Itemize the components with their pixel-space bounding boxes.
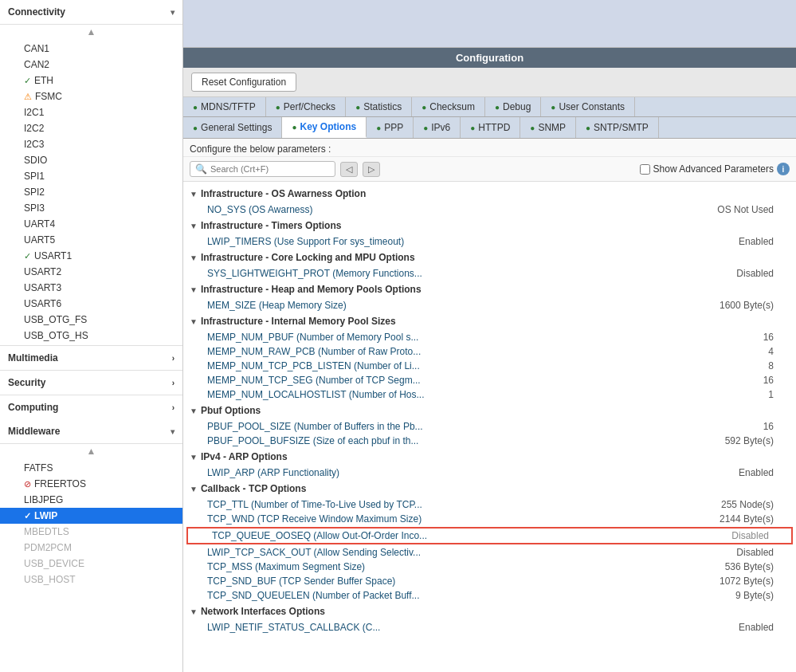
tab-httpd[interactable]: ●HTTPD — [461, 117, 520, 138]
sidebar-item-freertos[interactable]: ⊘FREERTOS — [0, 476, 182, 492]
param-row[interactable]: SYS_LIGHTWEIGHT_PROT (Memory Functions..… — [183, 266, 796, 281]
sidebar-item-fatfs[interactable]: FATFS — [0, 460, 182, 476]
param-group-5[interactable]: ▼Pbuf Options — [183, 402, 796, 419]
sidebar-item-usb_device[interactable]: USB_DEVICE — [0, 556, 182, 572]
sidebar-item-spi1[interactable]: SPI1 — [0, 168, 182, 184]
param-row[interactable]: MEMP_NUM_RAW_PCB (Number of Raw Proto...… — [183, 344, 796, 359]
sidebar-item-pdm2pcm[interactable]: PDM2PCM — [0, 540, 182, 556]
tab-mdns-tftp[interactable]: ●MDNS/TFTP — [183, 97, 266, 116]
param-row[interactable]: TCP_MSS (Maximum Segment Size)536 Byte(s… — [183, 560, 796, 574]
sidebar-item-usart1[interactable]: ✓USART1 — [0, 248, 182, 264]
sidebar-item-can2[interactable]: CAN2 — [0, 57, 182, 73]
tab-key-options[interactable]: ●Key Options — [282, 117, 367, 138]
param-group-1[interactable]: ▼Infrastructure - Timers Options — [183, 217, 796, 234]
sidebar-item-i2c3[interactable]: I2C3 — [0, 136, 182, 152]
param-group-8[interactable]: ▼Network Interfaces Options — [183, 603, 796, 620]
sidebar-section-computing[interactable]: Computing › — [0, 395, 182, 419]
param-row[interactable]: TCP_QUEUE_OOSEQ (Allow Out-Of-Order Inco… — [186, 527, 793, 544]
sidebar-item-label: USART2 — [24, 266, 61, 277]
tab-checksum[interactable]: ●Checksum — [412, 97, 485, 116]
collapse-icon: ▼ — [190, 285, 198, 294]
main-content: Configuration Reset Configuration ●MDNS/… — [183, 0, 796, 672]
param-row[interactable]: TCP_WND (TCP Receive Window Maximum Size… — [183, 512, 796, 526]
sidebar-section-middleware[interactable]: Middleware ▾ — [0, 419, 182, 444]
param-row[interactable]: MEMP_NUM_TCP_SEG (Number of TCP Segm...1… — [183, 373, 796, 387]
param-row[interactable]: MEMP_NUM_PBUF (Number of Memory Pool s..… — [183, 330, 796, 344]
search-input[interactable] — [210, 164, 330, 174]
sidebar-item-eth[interactable]: ✓ETH — [0, 73, 182, 88]
tab-ppp[interactable]: ●PPP — [367, 117, 414, 138]
param-list: ▼Infrastructure - OS Awarness OptionNO_S… — [183, 182, 796, 672]
sidebar-item-uart5[interactable]: UART5 — [0, 232, 182, 248]
tab-debug[interactable]: ●Debug — [485, 97, 541, 116]
param-row[interactable]: MEMP_NUM_LOCALHOSTLIST (Number of Hos...… — [183, 387, 796, 402]
sidebar-item-usb_otg_hs[interactable]: USB_OTG_HS — [0, 328, 182, 344]
sidebar-section-multimedia[interactable]: Multimedia › — [0, 345, 182, 370]
param-name: NO_SYS (OS Awarness) — [207, 204, 694, 215]
check-icon: ✓ — [24, 511, 31, 521]
param-group-7[interactable]: ▼Callback - TCP Options — [183, 480, 796, 497]
tab-statistics[interactable]: ●Statistics — [346, 97, 412, 116]
param-row[interactable]: LWIP_NETIF_STATUS_CALLBACK (C...Enabled — [183, 620, 796, 635]
param-name: MEMP_NUM_TCP_PCB_LISTEN (Number of Li... — [207, 360, 694, 371]
sidebar-item-usb_otg_fs[interactable]: USB_OTG_FS — [0, 312, 182, 328]
param-row[interactable]: PBUF_POOL_SIZE (Number of Buffers in the… — [183, 419, 796, 434]
group-label: Pbuf Options — [201, 405, 261, 416]
tab-snmp[interactable]: ●SNMP — [520, 117, 576, 138]
group-label: Infrastructure - Internal Memory Pool Si… — [201, 316, 396, 327]
sidebar-item-spi3[interactable]: SPI3 — [0, 200, 182, 216]
info-icon[interactable]: i — [777, 163, 790, 175]
tab-ipv6[interactable]: ●IPv6 — [414, 117, 461, 138]
param-row[interactable]: LWIP_TCP_SACK_OUT (Allow Sending Selecti… — [183, 545, 796, 560]
param-value: 1 — [694, 389, 790, 400]
param-row[interactable]: TCP_SND_QUEUELEN (Number of Packet Buff.… — [183, 588, 796, 603]
param-row[interactable]: NO_SYS (OS Awarness)OS Not Used — [183, 202, 796, 217]
sidebar-item-mbedtls[interactable]: MBEDTLS — [0, 524, 182, 540]
search-next-button[interactable]: ▷ — [363, 162, 380, 177]
param-group-6[interactable]: ▼IPv4 - ARP Options — [183, 448, 796, 466]
param-row[interactable]: PBUF_POOL_BUFSIZE (Size of each pbuf in … — [183, 434, 796, 448]
collapse-icon: ▼ — [190, 317, 198, 326]
sidebar-section-connectivity[interactable]: Connectivity ▾ — [0, 0, 182, 25]
param-group-3[interactable]: ▼Infrastructure - Heap and Memory Pools … — [183, 281, 796, 298]
show-advanced-checkbox[interactable] — [640, 164, 650, 175]
sidebar-item-uart4[interactable]: UART4 — [0, 216, 182, 232]
search-prev-button[interactable]: ◁ — [340, 162, 358, 177]
param-row[interactable]: LWIP_ARP (ARP Functionality)Enabled — [183, 466, 796, 480]
sidebar-item-i2c2[interactable]: I2C2 — [0, 120, 182, 136]
sidebar-item-usb_host[interactable]: USB_HOST — [0, 572, 182, 588]
sidebar-item-usart3[interactable]: USART3 — [0, 280, 182, 296]
sidebar-item-fsmc[interactable]: ⚠FSMC — [0, 88, 182, 104]
tab-sntp-smtp[interactable]: ●SNTP/SMTP — [576, 117, 659, 138]
param-row[interactable]: MEM_SIZE (Heap Memory Size)1600 Byte(s) — [183, 298, 796, 312]
warn-icon: ⚠ — [24, 92, 32, 102]
tabs-row-2: ●General Settings●Key Options●PPP●IPv6●H… — [183, 117, 796, 139]
sidebar-item-label: USART6 — [24, 298, 61, 309]
param-group-2[interactable]: ▼Infrastructure - Core Locking and MPU O… — [183, 249, 796, 266]
param-name: PBUF_POOL_SIZE (Number of Buffers in the… — [207, 421, 694, 432]
sidebar-section-security[interactable]: Security › — [0, 370, 182, 395]
param-row[interactable]: TCP_TTL (Number of Time-To-Live Used by … — [183, 497, 796, 512]
sidebar-item-usart6[interactable]: USART6 — [0, 296, 182, 312]
param-name: MEMP_NUM_PBUF (Number of Memory Pool s..… — [207, 332, 694, 343]
tab-general-settings[interactable]: ●General Settings — [183, 117, 282, 138]
reset-config-button[interactable]: Reset Configuration — [191, 73, 296, 92]
connectivity-items: CAN1CAN2✓ETH⚠FSMCI2C1I2C2I2C3SDIOSPI1SPI… — [0, 39, 182, 345]
show-advanced-label: Show Advanced Parameters — [653, 163, 774, 175]
sidebar-item-sdio[interactable]: SDIO — [0, 152, 182, 168]
sidebar-item-usart2[interactable]: USART2 — [0, 264, 182, 280]
param-group-0[interactable]: ▼Infrastructure - OS Awarness Option — [183, 185, 796, 202]
collapse-icon: ▼ — [190, 485, 198, 493]
param-group-4[interactable]: ▼Infrastructure - Internal Memory Pool S… — [183, 312, 796, 330]
sidebar-item-spi2[interactable]: SPI2 — [0, 184, 182, 200]
param-row[interactable]: TCP_SND_BUF (TCP Sender Buffer Space)107… — [183, 574, 796, 588]
sidebar-item-libjpeg[interactable]: LIBJPEG — [0, 492, 182, 508]
sidebar-item-can1[interactable]: CAN1 — [0, 41, 182, 57]
sidebar-item-i2c1[interactable]: I2C1 — [0, 104, 182, 120]
param-row[interactable]: LWIP_TIMERS (Use Support For sys_timeout… — [183, 234, 796, 249]
param-row[interactable]: MEMP_NUM_TCP_PCB_LISTEN (Number of Li...… — [183, 359, 796, 373]
sidebar-item-lwip[interactable]: ✓LWIP — [0, 508, 182, 524]
tab-user-constants[interactable]: ●User Constants — [541, 97, 635, 116]
tab-icon: ● — [193, 124, 198, 132]
tab-perf-checks[interactable]: ●Perf/Checks — [266, 97, 346, 116]
